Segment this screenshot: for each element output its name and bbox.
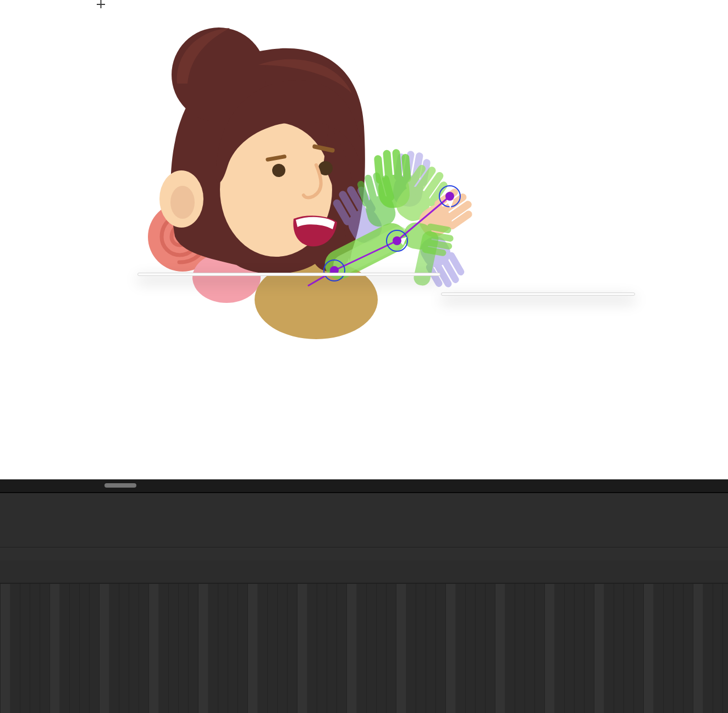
timeline-panel [0, 479, 728, 713]
submenu [441, 292, 635, 296]
horizontal-scrollbar[interactable] [104, 483, 136, 488]
crosshair-icon [97, 0, 105, 8]
timeline-controls [0, 493, 728, 547]
fps-display[interactable] [1, 514, 2, 527]
ruler-seconds-row [0, 547, 728, 561]
timeline-topbar [0, 479, 728, 493]
stage-canvas[interactable] [0, 0, 728, 479]
frame-ruler[interactable] [0, 561, 728, 583]
character-eye-left [272, 164, 285, 177]
current-frame-display[interactable] [51, 513, 52, 527]
animate-app-screen [0, 0, 728, 713]
context-menu [137, 273, 440, 276]
timeline-tracks[interactable] [0, 583, 728, 713]
